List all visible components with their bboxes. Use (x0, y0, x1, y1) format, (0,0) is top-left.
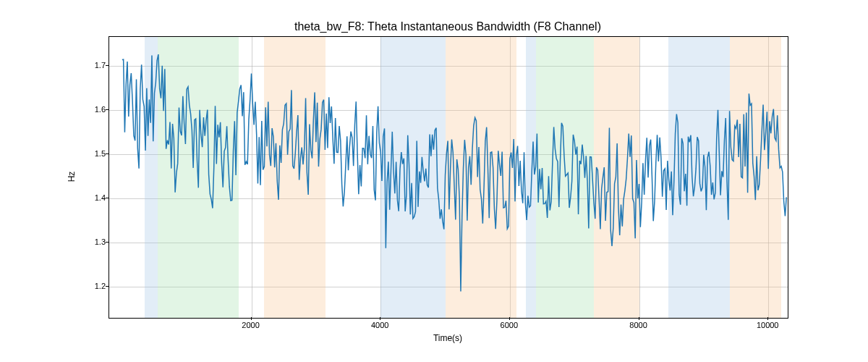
x-tick-mark (767, 317, 768, 320)
y-tick-label: 1.7 (77, 61, 106, 70)
x-tick-mark (639, 317, 639, 320)
x-tick-label: 8000 (629, 321, 647, 329)
y-tick-label: 1.2 (77, 282, 106, 290)
y-tick-mark (106, 65, 109, 66)
y-axis-label: Hz (67, 36, 77, 317)
plot-area (109, 36, 788, 319)
y-tick-mark (106, 153, 109, 154)
x-axis-label: Time(s) (109, 333, 787, 343)
chart-title: theta_bw_F8: Theta Instantaneous Bandwid… (109, 20, 787, 33)
y-tick-label: 1.4 (77, 193, 106, 202)
y-tick-label: 1.3 (77, 237, 106, 246)
x-tick-mark (509, 317, 510, 320)
y-tick-mark (106, 198, 109, 198)
line-series (109, 37, 788, 318)
x-tick-mark (251, 317, 252, 320)
y-tick-mark (106, 286, 109, 287)
y-tick-label: 1.5 (77, 149, 106, 158)
x-tick-label: 10000 (757, 321, 779, 329)
x-tick-label: 4000 (371, 321, 388, 329)
y-tick-label: 1.6 (77, 105, 106, 114)
y-tick-mark (106, 109, 109, 110)
x-tick-label: 2000 (242, 321, 259, 329)
x-tick-mark (380, 317, 380, 320)
x-tick-label: 6000 (501, 321, 518, 329)
y-tick-mark (106, 242, 109, 243)
